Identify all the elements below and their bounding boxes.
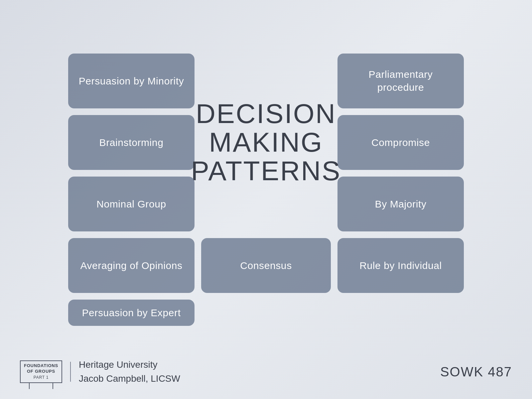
footer-left: FOUNDATIONS OF GROUPS Part 1 Heritage Un… <box>20 358 180 386</box>
card-brainstorming: Brainstorming <box>68 115 195 170</box>
card-persuasion-minority: Persuasion by Minority <box>68 54 195 108</box>
slide: Persuasion by Minority Parliamentary pro… <box>0 0 532 399</box>
card-consensus: Consensus <box>201 238 331 293</box>
card-averaging: Averaging of Opinions <box>68 238 195 293</box>
footer-text: Heritage University Jacob Campbell, LICS… <box>79 358 180 386</box>
card-compromise: Compromise <box>337 115 464 170</box>
card-persuasion-expert: Persuasion by Expert <box>68 300 195 326</box>
card-by-majority: By Majority <box>337 177 464 231</box>
card-rule-individual: Rule by Individual <box>337 238 464 293</box>
logo-box: FOUNDATIONS OF GROUPS Part 1 <box>20 360 62 383</box>
footer-divider <box>70 362 71 382</box>
card-nominal-group: Nominal Group <box>68 177 195 231</box>
card-parliamentary: Parliamentary procedure <box>337 54 464 108</box>
main-grid: Persuasion by Minority Parliamentary pro… <box>68 54 464 326</box>
footer-course: SOWK 487 <box>440 364 512 379</box>
center-label: DECISION MAKING PATTERNS <box>201 54 331 231</box>
footer: FOUNDATIONS OF GROUPS Part 1 Heritage Un… <box>0 358 532 386</box>
